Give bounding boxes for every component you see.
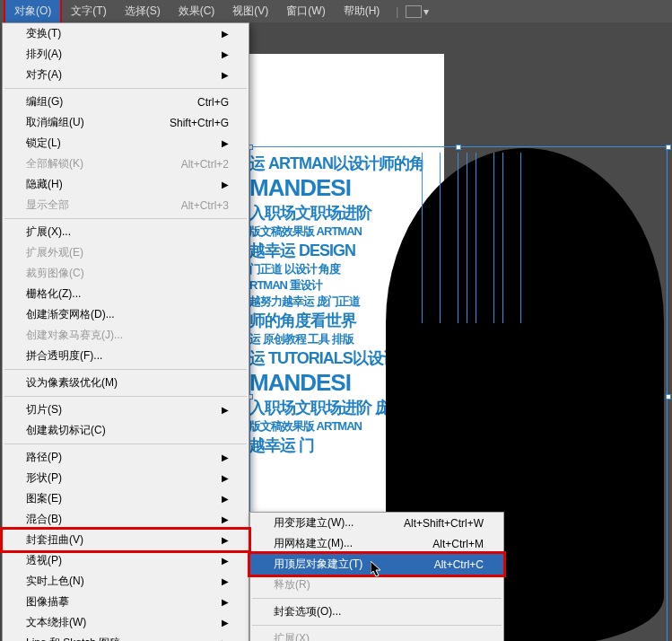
menu-item-label: 对齐(A)	[26, 67, 62, 83]
menu-item[interactable]: 切片(S)▶	[3, 400, 249, 420]
menu-item[interactable]: 图案(E)▶	[3, 488, 249, 509]
submenu-arrow-icon: ▶	[222, 576, 229, 586]
submenu-arrow-icon: ▶	[222, 618, 229, 628]
envelope-distort-submenu: 用变形建立(W)...Alt+Shift+Ctrl+W用网格建立(M)...Al…	[249, 512, 504, 641]
menu-item-label: 切片(S)	[26, 402, 62, 417]
menu-item-label: 设为像素级优化(M)	[26, 375, 118, 391]
menu-item[interactable]: 创建渐变网格(D)...	[3, 304, 249, 325]
menu-item: 扩展外观(E)	[3, 242, 249, 263]
menu-separator	[4, 218, 247, 219]
submenu-arrow-icon: ▶	[222, 494, 229, 504]
menu-item[interactable]: Line 和 Sketch 图稿▶	[3, 633, 249, 641]
submenu-item[interactable]: 封套选项(O)...	[250, 601, 503, 622]
menu-item-label: 拼合透明度(F)...	[26, 348, 102, 364]
menu-object[interactable]: 对象(O)	[4, 0, 62, 24]
menu-effect[interactable]: 效果(C)	[170, 0, 224, 22]
arrange-documents-icon[interactable]: ▾	[406, 5, 432, 18]
menu-separator	[252, 625, 502, 626]
menu-separator	[4, 369, 247, 370]
submenu-arrow-icon: ▶	[222, 473, 229, 483]
menu-item[interactable]: 设为像素级优化(M)	[3, 373, 249, 393]
submenu-arrow-icon: ▶	[222, 29, 229, 39]
submenu-arrow-icon: ▶	[222, 49, 229, 59]
submenu-item[interactable]: 用顶层对象建立(T)Alt+Ctrl+C	[248, 551, 506, 577]
submenu-arrow-icon: ▶	[222, 138, 229, 148]
submenu-item-label: 用网格建立(M)...	[274, 536, 353, 551]
submenu-item[interactable]: 用变形建立(W)...Alt+Shift+Ctrl+W	[250, 513, 503, 533]
menu-item-label: 编组(G)	[26, 94, 63, 110]
menu-item[interactable]: 图像描摹▶	[3, 592, 249, 612]
menu-item-label: 栅格化(Z)...	[26, 286, 81, 302]
menu-window[interactable]: 窗口(W)	[277, 0, 334, 22]
menu-item-label: 图像描摹	[26, 594, 69, 610]
menu-item[interactable]: 对齐(A)▶	[3, 65, 249, 85]
menu-item-label: 路径(P)	[26, 450, 62, 465]
menu-item[interactable]: 文本绕排(W)▶	[3, 612, 249, 633]
text-cloud-line: 入职场文职场进阶	[249, 202, 429, 224]
menu-item[interactable]: 创建裁切标记(C)	[3, 420, 249, 441]
menu-item[interactable]: 编组(G)Ctrl+G	[3, 92, 249, 112]
menu-separator	[4, 443, 247, 444]
menu-item-label: 变换(T)	[26, 26, 61, 41]
menu-item-label: 图案(E)	[26, 491, 62, 506]
text-cloud-line: 版文稿效果版 ARTMAN	[249, 224, 429, 240]
menu-item[interactable]: 实时上色(N)▶	[3, 571, 249, 592]
menu-item[interactable]: 变换(T)▶	[3, 23, 249, 44]
text-cloud-line: MANDESI	[249, 174, 429, 202]
menu-item-label: 锁定(L)	[26, 136, 61, 151]
menu-item-shortcut: Ctrl+G	[197, 96, 229, 109]
menu-item[interactable]: 隐藏(H)▶	[3, 174, 249, 195]
menu-item: 创建对象马赛克(J)...	[3, 325, 249, 346]
menu-item-label: 显示全部	[26, 198, 69, 213]
menu-item-label: 隐藏(H)	[26, 177, 63, 192]
menu-item[interactable]: 栅格化(Z)...	[3, 284, 249, 304]
menu-item-label: 创建渐变网格(D)...	[26, 307, 115, 322]
selection-handle[interactable]	[666, 145, 671, 150]
text-cloud-line: 运 ARTMAN以设计师的角	[249, 153, 429, 174]
menu-help[interactable]: 帮助(H)	[335, 0, 389, 22]
submenu-item-shortcut: Alt+Shift+Ctrl+W	[404, 517, 484, 530]
menu-item-label: 实时上色(N)	[26, 574, 84, 589]
submenu-item: 扩展(X)	[250, 628, 503, 641]
menu-item[interactable]: 排列(A)▶	[3, 44, 249, 65]
menu-item-label: 封套扭曲(V)	[26, 532, 83, 548]
submenu-item-shortcut: Alt+Ctrl+C	[434, 558, 484, 571]
submenu-arrow-icon: ▶	[222, 556, 229, 566]
menu-item[interactable]: 锁定(L)▶	[3, 133, 249, 154]
menu-select[interactable]: 选择(S)	[116, 0, 170, 22]
text-baseline-guides	[413, 153, 637, 332]
submenu-arrow-icon: ▶	[222, 180, 229, 189]
submenu-arrow-icon: ▶	[222, 535, 229, 545]
menu-item[interactable]: 路径(P)▶	[3, 447, 249, 468]
menu-item-label: 形状(P)	[26, 470, 62, 486]
menu-item[interactable]: 拼合透明度(F)...	[3, 346, 249, 366]
menu-item-shortcut: Shift+Ctrl+G	[170, 117, 229, 129]
menu-type[interactable]: 文字(T)	[62, 0, 115, 22]
submenu-arrow-icon: ▶	[222, 597, 229, 607]
selection-handle[interactable]	[666, 394, 671, 400]
menu-item[interactable]: 取消编组(U)Shift+Ctrl+G	[3, 112, 249, 133]
menu-item-shortcut: Alt+Ctrl+2	[181, 158, 229, 171]
submenu-item-label: 用变形建立(W)...	[274, 515, 353, 531]
menu-item-label: 创建对象马赛克(J)...	[26, 328, 123, 343]
menu-item-label: 排列(A)	[26, 47, 62, 62]
object-menu-dropdown: 变换(T)▶排列(A)▶对齐(A)▶编组(G)Ctrl+G取消编组(U)Shif…	[2, 22, 249, 641]
menubar-separator: |	[396, 5, 398, 18]
menu-item[interactable]: 扩展(X)...	[3, 222, 249, 242]
submenu-item-label: 封套选项(O)...	[274, 604, 341, 619]
menu-item[interactable]: 透视(P)▶	[3, 550, 249, 571]
chevron-down-icon: ▾	[423, 5, 432, 18]
menu-view[interactable]: 视图(V)	[223, 0, 277, 22]
menu-item[interactable]: 封套扭曲(V)▶	[0, 527, 251, 553]
submenu-arrow-icon: ▶	[222, 452, 229, 462]
menu-item-label: Line 和 Sketch 图稿	[26, 636, 120, 641]
menu-separator	[4, 396, 247, 397]
menu-item-label: 扩展外观(E)	[26, 245, 83, 260]
menu-item-label: 裁剪图像(C)	[26, 266, 84, 281]
selection-handle[interactable]	[456, 145, 461, 150]
menu-separator	[252, 598, 502, 599]
menu-item[interactable]: 形状(P)▶	[3, 468, 249, 488]
submenu-item-shortcut: Alt+Ctrl+M	[432, 538, 484, 550]
menu-item: 裁剪图像(C)	[3, 263, 249, 284]
submenu-item-label: 释放(R)	[274, 577, 310, 593]
